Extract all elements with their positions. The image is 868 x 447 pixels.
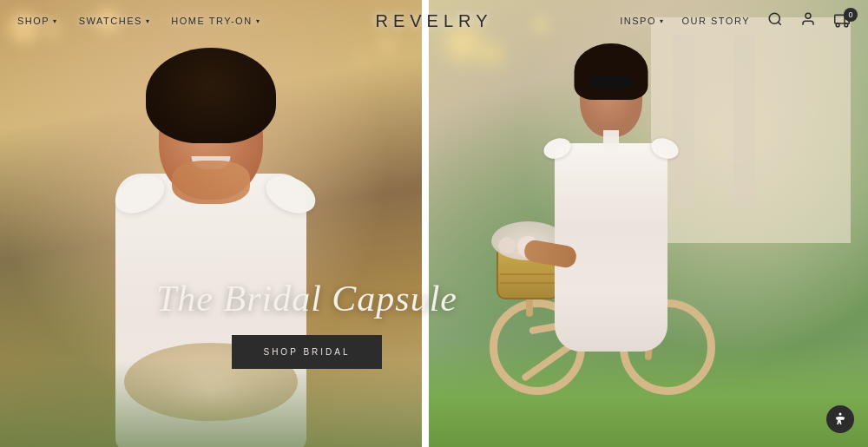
hero-image-gap — [422, 0, 429, 447]
account-button[interactable] — [800, 11, 816, 31]
svg-point-4 — [836, 23, 839, 27]
shop-bridal-button[interactable]: SHOP BRIDAL — [232, 335, 381, 369]
nav-item-swatches[interactable]: SWATCHES ▾ — [79, 16, 151, 26]
header: SHOP ▾ SWATCHES ▾ HOME TRY-ON ▾ REVELRY … — [0, 0, 868, 42]
nav-label-our-story: OUR STORY — [682, 16, 751, 26]
chevron-down-icon: ▾ — [256, 17, 261, 25]
svg-point-5 — [845, 23, 848, 27]
search-button[interactable] — [767, 11, 783, 31]
hero-image-right — [429, 0, 868, 447]
chevron-down-icon: ▾ — [146, 17, 151, 25]
nav-item-shop[interactable]: SHOP ▾ — [17, 16, 58, 26]
nav-label-home-try-on: HOME TRY-ON — [171, 16, 252, 26]
svg-point-6 — [839, 413, 842, 416]
nav-label-shop: SHOP — [17, 16, 49, 26]
chevron-down-icon: ▾ — [53, 17, 58, 25]
svg-point-0 — [769, 13, 779, 23]
hero-section: The Bridal Capsule SHOP BRIDAL — [0, 0, 868, 447]
cart-button[interactable]: 0 — [833, 13, 851, 29]
svg-line-1 — [778, 22, 780, 24]
hero-image-left — [0, 0, 422, 447]
site-logo[interactable]: REVELRY — [375, 11, 492, 31]
nav-label-inspo: INSPO — [620, 16, 656, 26]
svg-point-2 — [806, 13, 811, 18]
nav-label-swatches: SWATCHES — [79, 16, 142, 26]
cart-count: 0 — [844, 8, 858, 22]
nav-item-inspo[interactable]: INSPO ▾ — [620, 16, 664, 26]
nav-right: INSPO ▾ OUR STORY 0 — [620, 11, 851, 31]
accessibility-button[interactable] — [826, 405, 854, 433]
nav-left: SHOP ▾ SWATCHES ▾ HOME TRY-ON ▾ — [17, 16, 260, 26]
nav-item-our-story[interactable]: OUR STORY — [682, 16, 751, 26]
hero-text-overlay: The Bridal Capsule SHOP BRIDAL — [156, 278, 457, 369]
chevron-down-icon: ▾ — [660, 17, 665, 25]
hero-title: The Bridal Capsule — [156, 278, 457, 319]
nav-item-home-try-on[interactable]: HOME TRY-ON ▾ — [171, 16, 260, 26]
